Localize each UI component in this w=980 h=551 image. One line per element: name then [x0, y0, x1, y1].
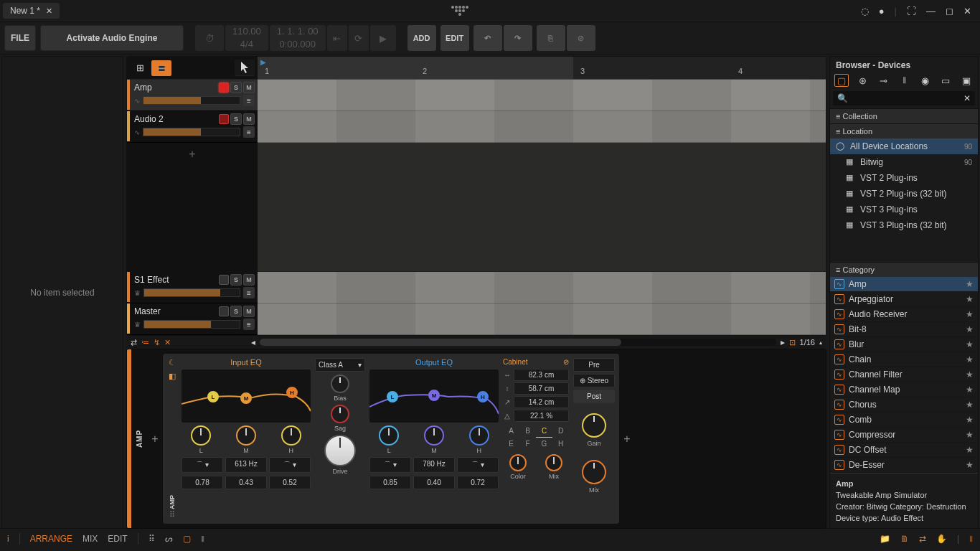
favorite-icon[interactable]: ★: [966, 445, 974, 455]
in-mid-knob[interactable]: [236, 425, 256, 446]
favorite-icon[interactable]: ★: [966, 430, 974, 440]
browser-tab-multisamples[interactable]: ⦀: [897, 74, 911, 87]
edit-view[interactable]: EDIT: [108, 534, 127, 544]
copy-button[interactable]: ⎘: [537, 25, 565, 51]
add-track-button[interactable]: +: [127, 143, 258, 166]
amp-class-select[interactable]: Class A▾: [315, 358, 365, 372]
close-window-icon[interactable]: ✕: [963, 6, 971, 17]
clear-search-icon[interactable]: ✕: [963, 93, 971, 103]
solo-button[interactable]: S: [230, 82, 242, 93]
browser-tab-devices[interactable]: ▢: [834, 74, 849, 87]
metronome-button[interactable]: ⏱: [195, 25, 224, 51]
info-icon[interactable]: i: [7, 534, 9, 544]
favorite-icon[interactable]: ★: [966, 415, 974, 425]
device-item[interactable]: ∿ Audio Receiver ★: [830, 307, 978, 322]
in-val-h[interactable]: 0.52: [269, 476, 311, 489]
pointer-tool[interactable]: [235, 60, 255, 75]
scroll-left[interactable]: ◂: [251, 337, 255, 347]
track-name[interactable]: S1 Effect: [130, 275, 217, 285]
mute-button[interactable]: M: [243, 113, 255, 125]
track-menu[interactable]: ≡: [243, 287, 255, 298]
edit-button[interactable]: EDIT: [440, 25, 469, 51]
mix-knob[interactable]: [582, 460, 606, 484]
track-lane[interactable]: [258, 111, 826, 143]
out-freq[interactable]: 780 Hz: [413, 457, 455, 473]
favorite-icon[interactable]: ★: [966, 324, 974, 334]
device-item[interactable]: ∿ Channel Map ★: [830, 382, 978, 397]
search-input[interactable]: [848, 94, 963, 103]
out-high-knob[interactable]: [469, 425, 489, 446]
solo-button[interactable]: S: [230, 113, 242, 125]
sag-knob[interactable]: [331, 405, 349, 423]
device-item[interactable]: ∿ Arpeggiator ★: [830, 292, 978, 307]
favorite-icon[interactable]: ★: [966, 309, 974, 319]
cab-letter-G[interactable]: G: [536, 438, 552, 450]
track-name[interactable]: Master: [130, 306, 217, 316]
browser-tab-samples[interactable]: ⊸: [876, 74, 890, 87]
close-tab-icon[interactable]: ✕: [46, 6, 52, 16]
activate-engine-button[interactable]: Activate Audio Engine: [40, 25, 184, 51]
favorite-icon[interactable]: ★: [966, 279, 974, 289]
track-name[interactable]: Audio 2: [130, 114, 217, 124]
bias-knob[interactable]: [331, 375, 349, 393]
add-device-after[interactable]: +: [621, 349, 633, 528]
volume-slider[interactable]: [143, 288, 240, 297]
cab-letter-C[interactable]: C: [536, 425, 552, 438]
device-item[interactable]: ∿ DC Offset ★: [830, 443, 978, 458]
out-val-m[interactable]: 0.40: [413, 476, 455, 489]
device-item[interactable]: ∿ Bit-8 ★: [830, 322, 978, 337]
device-item[interactable]: ∿ Amp ★: [830, 277, 978, 292]
in-freq[interactable]: 613 Hz: [225, 457, 267, 473]
h-scrollbar[interactable]: [260, 339, 776, 346]
track-menu[interactable]: ≡: [243, 319, 255, 330]
volume-slider[interactable]: [143, 96, 240, 105]
record-arm[interactable]: [219, 275, 229, 285]
browser-tab-packages[interactable]: ▣: [959, 74, 974, 87]
add-device-before[interactable]: +: [149, 349, 161, 528]
cab-depth[interactable]: 14.2 cm: [514, 396, 569, 408]
preroll-button[interactable]: ⇤: [327, 25, 347, 51]
location-item[interactable]: ▦ VST 2 Plug-ins (32 bit): [830, 186, 978, 202]
track-lane[interactable]: [258, 143, 826, 272]
fullscreen-icon[interactable]: ⛶: [907, 6, 916, 17]
folder-icon[interactable]: 📁: [880, 534, 890, 544]
device-item[interactable]: ∿ Blur ★: [830, 337, 978, 352]
moon-icon[interactable]: ☾: [169, 358, 176, 367]
location-item[interactable]: ▦ VST 3 Plug-ins (32 bit): [830, 217, 978, 233]
snap-icon[interactable]: ⇄: [131, 338, 137, 347]
track-menu[interactable]: ≡: [243, 126, 255, 138]
fx-track-header[interactable]: S1 Effect S M ♛ ≡: [127, 272, 258, 303]
dashboard-icon[interactable]: ◌: [861, 6, 869, 17]
location-item[interactable]: ▦ Bitwig90: [830, 154, 978, 170]
out-low-shape[interactable]: ⌒ ▾: [369, 457, 411, 473]
favorite-icon[interactable]: ★: [966, 385, 974, 395]
play-button[interactable]: ▸: [370, 25, 396, 51]
browser-search[interactable]: 🔍 ✕: [833, 91, 975, 105]
close-icon[interactable]: ✕: [164, 338, 171, 347]
track-header[interactable]: Amp S M ∿ ≡: [127, 80, 258, 111]
cab-width[interactable]: 82.3 cm: [514, 369, 569, 381]
panel-icon-4[interactable]: ⦀: [201, 534, 204, 544]
favorite-icon[interactable]: ★: [966, 354, 974, 364]
pre-button[interactable]: Pre: [573, 358, 615, 372]
device-item[interactable]: ∿ Channel Filter ★: [830, 367, 978, 382]
in-high-shape[interactable]: ⌒ ▾: [269, 457, 311, 473]
timeline[interactable]: ▶ 1 2 3 4: [258, 57, 826, 335]
location-item[interactable]: ▦ VST 2 Plug-ins: [830, 170, 978, 186]
delete-button[interactable]: ⊘: [567, 25, 595, 51]
solo-button[interactable]: S: [230, 306, 242, 317]
stereo-button[interactable]: ⊕ Stereo: [573, 374, 615, 387]
gain-knob[interactable]: [582, 413, 606, 438]
cab-letter-H[interactable]: H: [552, 438, 569, 450]
in-val-l[interactable]: 0.78: [182, 476, 223, 489]
zoom-level[interactable]: 1/16: [800, 338, 815, 347]
favorite-icon[interactable]: ★: [966, 369, 974, 380]
cab-letter-E[interactable]: E: [503, 438, 519, 450]
post-button[interactable]: Post: [573, 390, 615, 403]
favorite-icon[interactable]: ★: [966, 460, 974, 470]
browser-tab-presets[interactable]: ⊛: [855, 74, 870, 87]
track-header[interactable]: Audio 2 S M ∿ ≡: [127, 111, 258, 143]
clip-launcher-toggle[interactable]: ⊞: [130, 60, 150, 76]
volume-slider[interactable]: [143, 320, 240, 329]
panel-icon-1[interactable]: ⠿: [149, 534, 155, 544]
